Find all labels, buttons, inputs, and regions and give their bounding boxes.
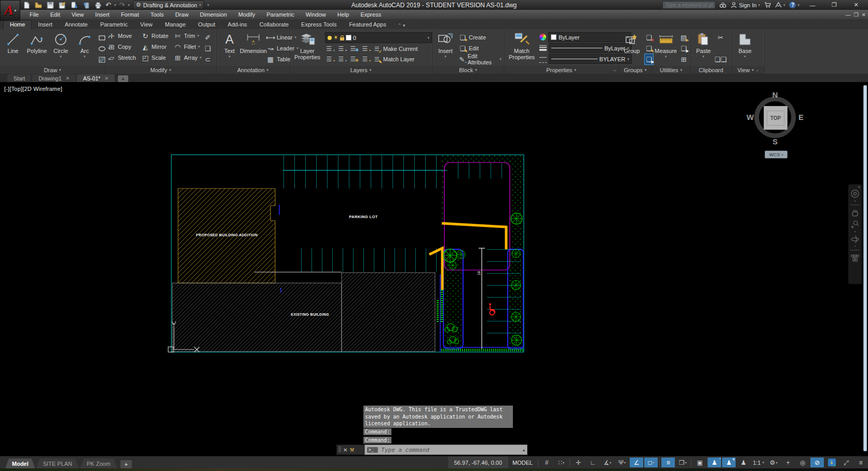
save-icon[interactable] <box>46 1 55 9</box>
viewcube-top-face[interactable]: TOP <box>764 106 788 130</box>
array-button[interactable]: ⊞Array▾ <box>173 52 201 63</box>
tab-manage[interactable]: Manage <box>159 20 192 29</box>
navigation-wheel-icon[interactable] <box>850 189 860 199</box>
parking-stalls-upper-right[interactable] <box>453 163 507 179</box>
menu-window[interactable]: Window <box>300 10 332 19</box>
viewcube-east[interactable]: E <box>798 113 804 122</box>
circle-dropdown-icon[interactable]: ▾ <box>60 55 62 59</box>
command-drag-grip[interactable] <box>338 447 341 453</box>
doc-minimize-icon[interactable]: — <box>846 12 851 18</box>
paste-dropdown-icon[interactable]: ▾ <box>702 55 704 59</box>
command-close-icon[interactable]: ✕ <box>343 447 347 453</box>
desktop-app-button[interactable]: ⇓✓ <box>825 457 838 467</box>
command-customize-wrench-icon[interactable]: ⚒ <box>349 447 354 453</box>
tab-view[interactable]: View <box>134 20 159 29</box>
properties-dialog-launcher-icon[interactable]: ⌄ <box>613 68 616 72</box>
workspace-switcher[interactable]: ⚙ Drafting & Annotation ▾ <box>133 1 204 9</box>
layout-tab-site-plan[interactable]: SITE PLAN <box>36 459 79 468</box>
new-file-icon[interactable] <box>22 1 31 9</box>
close-tab-icon[interactable]: ✕ <box>104 76 108 81</box>
save-to-web-mobile-icon[interactable] <box>82 1 90 9</box>
navigation-wheel-dropdown-icon[interactable]: ▾ <box>854 200 856 202</box>
layer-dropdown[interactable]: ☀ 0 ▾ <box>325 32 432 43</box>
menu-tools[interactable]: Tools <box>145 10 170 19</box>
panel-annotation-footer[interactable]: Annotation▾ <box>216 66 289 74</box>
menu-file[interactable]: File <box>24 10 45 19</box>
zoom-dropdown-icon[interactable]: ▾ <box>854 231 856 233</box>
workspace-switching-button[interactable]: ⚙▾ <box>767 457 780 467</box>
cut-button[interactable]: ✂ <box>716 32 725 43</box>
orange-path-upper[interactable] <box>442 223 506 249</box>
base-dropdown-icon[interactable]: ▾ <box>744 55 746 59</box>
clean-screen-button[interactable]: ⤢ <box>839 457 853 467</box>
help-icon[interactable]: ?▾ <box>789 2 799 8</box>
layer-on-button[interactable]: ☰• <box>325 56 333 63</box>
menu-insert[interactable]: Insert <box>89 10 115 19</box>
copy-clip-button[interactable]: ❏❏ <box>716 54 725 64</box>
panel-groups-footer[interactable]: Groups▾ <box>619 66 652 74</box>
model-space-toggle[interactable]: MODEL <box>508 460 537 466</box>
tab-parametric[interactable]: Parametric <box>94 20 134 29</box>
search-binoculars-icon[interactable] <box>720 2 726 8</box>
doc-restore-icon[interactable]: ❐ <box>854 12 859 18</box>
panel-properties-footer[interactable]: Properties▾⌄ <box>504 66 618 74</box>
insert-dropdown-icon[interactable]: ▾ <box>444 55 446 59</box>
tab-insert[interactable]: Insert <box>32 20 59 29</box>
command-input-field[interactable]: >_▾ ▴ <box>364 445 527 455</box>
orbit-icon[interactable] <box>850 234 860 244</box>
layer-lock-button[interactable]: ☰• <box>361 45 369 52</box>
zoom-icon[interactable] <box>850 219 860 230</box>
snap-mode-toggle[interactable]: ∷▾ <box>554 457 568 467</box>
viewcube-south[interactable]: S <box>772 137 778 146</box>
open-file-icon[interactable] <box>34 1 43 9</box>
scale-button[interactable]: ◰Scale <box>141 52 168 63</box>
median-island[interactable] <box>443 249 463 349</box>
selection-cycling-toggle[interactable]: ▣ <box>693 457 707 467</box>
fillet-button[interactable]: ◠Fillet▾ <box>173 42 201 52</box>
sign-in-button[interactable]: Sign In ▾ <box>730 2 760 8</box>
command-input[interactable] <box>380 446 521 454</box>
showmotion-icon[interactable] <box>850 253 860 263</box>
application-menu-button[interactable]: A▾ <box>0 0 20 21</box>
drawing-canvas[interactable]: 18 <box>0 82 868 456</box>
menu-parametric[interactable]: Parametric <box>261 10 300 19</box>
match-layer-button[interactable]: ☰✎Match Layer <box>373 54 415 64</box>
tab-express-tools[interactable]: Express Tools <box>295 20 343 29</box>
make-current-button[interactable]: ☰✓Make Current <box>373 44 418 54</box>
select-window-button[interactable]: ❏➤ <box>680 43 688 53</box>
tab-output[interactable]: Output <box>192 20 222 29</box>
layer-unlock-button[interactable]: ☰• <box>361 56 369 63</box>
search-input[interactable] <box>663 2 715 8</box>
panel-modify-footer[interactable]: Modify▾ <box>105 66 216 74</box>
file-tab-drawing1[interactable]: Drawing1✕ <box>32 74 76 82</box>
match-properties-button[interactable]: Match Properties <box>506 31 537 66</box>
paste-button[interactable]: Paste ▾ <box>693 31 714 66</box>
viewcube-west[interactable]: W <box>747 113 754 122</box>
text-dropdown-icon[interactable]: ▾ <box>228 55 230 59</box>
existing-building[interactable] <box>172 283 342 352</box>
layer-properties-button[interactable]: Layer Properties <box>292 31 323 66</box>
arc-dropdown-icon[interactable]: ▾ <box>84 55 86 59</box>
tab-featured-apps[interactable]: Featured Apps <box>343 20 392 29</box>
layout-tab-pk-zoom[interactable]: PK Zoom <box>80 459 117 468</box>
open-from-web-mobile-icon[interactable] <box>70 1 78 9</box>
panel-layers-footer[interactable]: Layers▾ <box>290 66 432 74</box>
circle-button[interactable]: Circle ▾ <box>50 31 72 66</box>
offset-button[interactable]: ⊂ <box>204 54 212 64</box>
pan-icon[interactable] <box>850 208 860 218</box>
parking-stalls-top-row1[interactable] <box>283 155 447 170</box>
polar-tracking-toggle[interactable]: ∡▾ <box>601 457 614 467</box>
menu-express[interactable]: Express <box>355 10 387 19</box>
ribbon-minimize-button[interactable]: ⌃ ▾ <box>395 22 409 29</box>
menu-help[interactable]: Help <box>332 10 355 19</box>
undo-icon[interactable]: ↶ <box>105 1 111 9</box>
copy-button[interactable]: ⊞Copy <box>107 42 136 52</box>
autodesk-app-icon[interactable]: ▾ <box>775 2 785 8</box>
tab-annotate[interactable]: Annotate <box>59 20 94 29</box>
parking-stalls-right-column[interactable] <box>487 249 521 345</box>
rotate-button[interactable]: ↻Rotate <box>141 31 168 41</box>
minimize-button[interactable]: — <box>804 1 821 9</box>
panel-draw-footer[interactable]: Draw▾ <box>0 66 105 74</box>
app-store-cart-icon[interactable] <box>764 2 771 8</box>
redo-icon[interactable]: ↷ <box>119 1 125 9</box>
